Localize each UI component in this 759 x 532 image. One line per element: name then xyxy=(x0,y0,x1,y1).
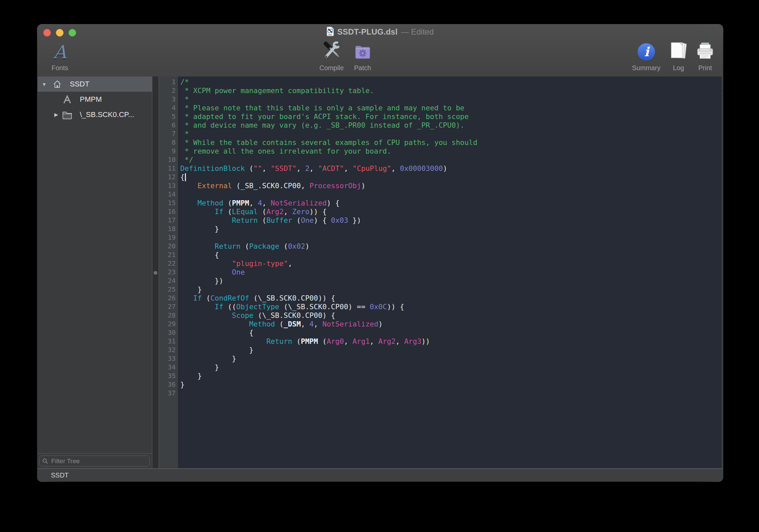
disclosure-closed-icon[interactable]: ▶ xyxy=(53,112,59,118)
patch-icon xyxy=(353,41,373,61)
sidebar-tree: ▼ SSDT PMPM▶ \_SB.SCK0.CP... xyxy=(38,76,152,454)
line-number: 30 xyxy=(159,329,178,337)
code-line: 5 * adapted to fit your board's ACPI sta… xyxy=(159,112,722,121)
code-line: 24 }) xyxy=(159,277,722,285)
line-number: 36 xyxy=(159,380,178,389)
summary-info-icon: i xyxy=(637,41,656,61)
line-number: 26 xyxy=(159,294,178,303)
line-number: 2 xyxy=(159,86,178,95)
svg-text:DSL: DSL xyxy=(328,34,332,36)
code-line: 30 { xyxy=(159,329,722,337)
line-number: 35 xyxy=(159,372,178,380)
text-caret xyxy=(185,173,186,181)
window-title-edited: — Edited xyxy=(401,27,434,37)
content-area: ▼ SSDT PMPM▶ \_SB.SCK0.CP... 1/*2 * XCPM… xyxy=(38,76,723,468)
line-number: 14 xyxy=(159,190,178,199)
line-number: 37 xyxy=(159,389,178,398)
splitter-knob[interactable] xyxy=(154,271,157,275)
line-number: 33 xyxy=(159,354,178,363)
folder-icon xyxy=(62,109,73,120)
log-pages-icon xyxy=(669,41,688,61)
code-line: 25 } xyxy=(159,285,722,294)
print-button[interactable]: Print xyxy=(692,41,718,71)
sidebar: ▼ SSDT PMPM▶ \_SB.SCK0.CP... xyxy=(38,76,152,468)
line-number: 4 xyxy=(159,104,178,112)
line-number: 12 xyxy=(159,173,178,182)
splitter[interactable] xyxy=(152,76,159,468)
desktop: { "titlebar": { "title": "SSDT-PLUG.dsl"… xyxy=(0,0,759,532)
code-line: 4 * Please note that this table is only … xyxy=(159,104,722,112)
window-title: SSDT-PLUG.dsl xyxy=(337,27,397,37)
code-lines: 1/*2 * XCPM power management compatibili… xyxy=(159,78,722,398)
printer-icon xyxy=(695,41,715,61)
code-line: 19 xyxy=(159,233,722,242)
line-number: 13 xyxy=(159,182,178,190)
line-number: 19 xyxy=(159,233,178,242)
line-number: 34 xyxy=(159,363,178,372)
code-line: 1/* xyxy=(159,78,722,86)
tree-label: PMPM xyxy=(80,95,102,104)
tree-row-ssdt[interactable]: ▼ SSDT xyxy=(38,76,152,92)
code-line: 23 One xyxy=(159,268,722,277)
code-line: 29 Method (_DSM, 4, NotSerialized) xyxy=(159,320,722,329)
code-line: 20 Return (Package (0x02) xyxy=(159,242,722,251)
document-proxy-icon[interactable]: DSL xyxy=(327,27,334,38)
line-number: 29 xyxy=(159,320,178,329)
line-number: 11 xyxy=(159,164,178,173)
search-icon xyxy=(42,458,48,464)
code-line: 31 Return (PMPM (Arg0, Arg1, Arg2, Arg3)… xyxy=(159,337,722,346)
toolbar: A Fonts Compile xyxy=(38,39,723,76)
code-line: 21 { xyxy=(159,251,722,259)
status-path: SSDT xyxy=(38,471,69,479)
line-number: 22 xyxy=(159,259,178,268)
code-line: 18 } xyxy=(159,225,722,233)
code-line: 2 * XCPM power management compatibility … xyxy=(159,86,722,95)
code-line: 27 If ((ObjectType (\_SB.SCK0.CP00) == 0… xyxy=(159,303,722,311)
line-number: 20 xyxy=(159,242,178,251)
code-line: 32 } xyxy=(159,346,722,354)
compile-icon xyxy=(321,41,342,61)
tree-label: SSDT xyxy=(70,80,89,88)
code-editor[interactable]: 1/*2 * XCPM power management compatibili… xyxy=(159,76,722,468)
code-line: 9 * remove all the ones irrelevant for y… xyxy=(159,147,722,156)
fonts-icon: A xyxy=(54,43,67,61)
disclosure-open-icon[interactable]: ▼ xyxy=(41,81,47,87)
code-line: 17 Return (Buffer (One) { 0x03 }) xyxy=(159,216,722,225)
line-number: 24 xyxy=(159,277,178,285)
line-number: 18 xyxy=(159,225,178,233)
line-number: 8 xyxy=(159,138,178,147)
code-line: 8 * While the table contains several exa… xyxy=(159,138,722,147)
status-bar: SSDT xyxy=(38,468,723,481)
tree-row-pmpm[interactable]: PMPM xyxy=(38,92,152,107)
tree-row--sb-sck0-cp-[interactable]: ▶ \_SB.SCK0.CP... xyxy=(38,107,152,122)
maciasl-window: DSL SSDT-PLUG.dsl — Edited A Fonts xyxy=(38,25,723,481)
line-number: 6 xyxy=(159,121,178,130)
code-line: 28 Scope (\_SB.SCK0.CP00) { xyxy=(159,311,722,320)
line-number: 1 xyxy=(159,78,178,86)
code-line: 10 */ xyxy=(159,156,722,164)
code-line: 16 If (LEqual (Arg2, Zero)) { xyxy=(159,207,722,216)
titlebar[interactable]: DSL SSDT-PLUG.dsl — Edited xyxy=(38,25,723,39)
line-number: 16 xyxy=(159,207,178,216)
code-line: 3 * xyxy=(159,95,722,104)
code-line: 22 "plugin-type", xyxy=(159,259,722,268)
summary-button[interactable]: i Summary xyxy=(630,41,663,71)
patch-button[interactable]: Patch xyxy=(348,41,378,71)
filter-tree-input[interactable] xyxy=(51,457,147,465)
line-number: 31 xyxy=(159,337,178,346)
tools-icon xyxy=(62,94,73,105)
compile-button[interactable]: Compile xyxy=(317,41,347,71)
code-line: 26 If (CondRefOf (\_SB.SCK0.CP00)) { xyxy=(159,294,722,303)
line-number: 7 xyxy=(159,130,178,138)
code-line: 15 Method (PMPM, 4, NotSerialized) { xyxy=(159,199,722,207)
code-line: 12{ xyxy=(159,173,722,182)
line-number: 28 xyxy=(159,311,178,320)
code-line: 6 * and device name may vary (e.g. _SB_.… xyxy=(159,121,722,130)
line-number: 17 xyxy=(159,216,178,225)
filter-tree-field[interactable] xyxy=(39,456,150,466)
code-line: 33 } xyxy=(159,354,722,363)
code-line: 36} xyxy=(159,380,722,389)
fonts-button[interactable]: A Fonts xyxy=(42,41,78,71)
line-number: 32 xyxy=(159,346,178,354)
log-button[interactable]: Log xyxy=(665,41,692,71)
